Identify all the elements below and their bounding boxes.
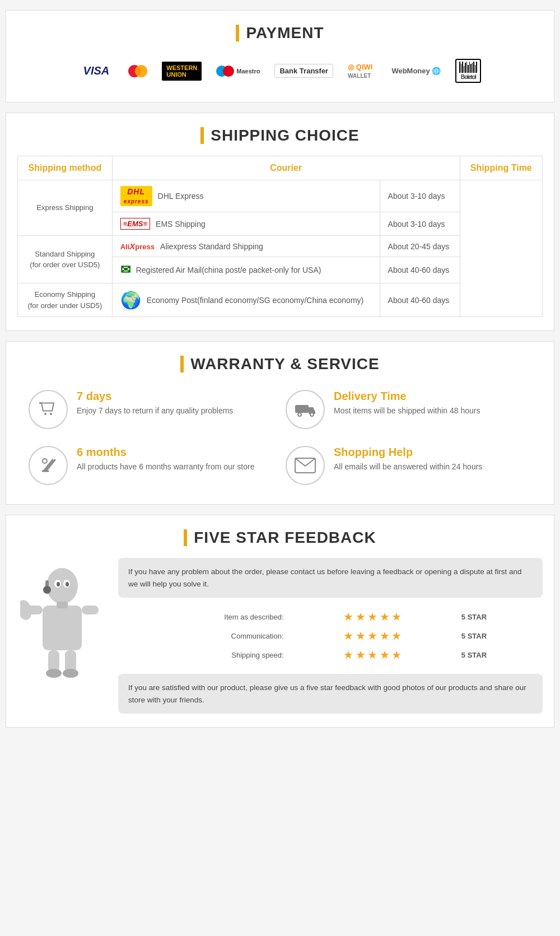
warranty-text-shopping: Shopping Help All emails will be answere… — [334, 446, 482, 473]
ali-logo-cell: AliXpress Aliexpress Standard Shipping — [112, 236, 380, 257]
ems-logo-cell: ≡EMS≡ EMS Shipping — [112, 212, 380, 236]
dhl-name: DHL Express — [158, 192, 204, 201]
ali-time: About 20-45 days — [380, 236, 460, 257]
payment-title: PAYMENT — [17, 24, 543, 42]
chinapost-logo-icon: ✉ — [120, 263, 130, 277]
svg-rect-18 — [43, 606, 82, 650]
rating-text-shipping: 5 STAR — [457, 646, 542, 664]
star4: ★ — [380, 611, 390, 623]
rating-stars-described: ★ ★ ★ ★ ★ — [290, 608, 456, 626]
envelope-icon — [286, 446, 325, 485]
aliexpress-logo-icon: AliXpress — [120, 241, 155, 251]
svg-point-2 — [50, 413, 52, 415]
ems-time: About 3-10 days — [380, 212, 460, 236]
feedback-outro-bubble: If you are satisfied with our product, p… — [118, 674, 543, 714]
star4: ★ — [380, 649, 390, 661]
table-row: Express Shipping DHLexpress DHL Express … — [18, 180, 543, 212]
star3: ★ — [367, 630, 377, 642]
warranty-item-shopping: Shopping Help All emails will be answere… — [286, 446, 531, 485]
economy-method: Economy Shipping (for order under USD5) — [18, 283, 113, 317]
economy-logo-icon: 🌍 — [120, 290, 141, 310]
svg-rect-26 — [57, 602, 68, 608]
shipping-table: Shipping method Courier Shipping Time Ex… — [17, 156, 543, 317]
ali-name: Aliexpress Standard Shipping — [160, 242, 263, 251]
feedback-intro-text: If you have any problem about the order,… — [128, 567, 521, 588]
svg-point-4 — [298, 413, 301, 416]
star2: ★ — [356, 611, 366, 623]
warranty-heading-6months: 6 months — [77, 446, 254, 459]
express-method: Express Shipping — [18, 180, 113, 236]
robot-figure — [17, 558, 107, 687]
table-row: Economy Shipping (for order under USD5) … — [18, 283, 543, 317]
visa-logo: VISA — [79, 62, 114, 80]
svg-point-25 — [63, 669, 78, 678]
rating-label-shipping: Shipping speed: — [119, 646, 288, 664]
chinapost-time: About 40-60 days — [380, 257, 460, 283]
warranty-title-text: WARRANTY & SERVICE — [190, 355, 379, 373]
shipping-section: SHIPPING CHOICE Shipping method Courier … — [6, 113, 554, 331]
rating-text-communication: 5 STAR — [457, 627, 542, 645]
warranty-heading-delivery: Delivery Time — [334, 390, 480, 403]
warranty-item-7days: 7 days Enjoy 7 days to return if any qua… — [29, 390, 274, 429]
star3: ★ — [367, 611, 377, 623]
dhl-logo-icon: DHLexpress — [120, 186, 152, 206]
warranty-heading-shopping: Shopping Help — [334, 446, 482, 459]
rating-row-shipping: Shipping speed: ★ ★ ★ ★ ★ 5 STAR — [119, 646, 542, 664]
svg-point-17 — [66, 582, 69, 586]
webmoney-logo: WebMoney 🌐 — [387, 64, 445, 77]
title-accent-bar2 — [200, 127, 204, 144]
rating-label-communication: Communication: — [119, 627, 288, 645]
warranty-grid: 7 days Enjoy 7 days to return if any qua… — [17, 384, 543, 491]
warranty-body-shopping: All emails will be answered within 24 ho… — [334, 461, 482, 473]
star1: ★ — [343, 649, 353, 661]
warranty-heading-7days: 7 days — [77, 390, 233, 403]
star2: ★ — [356, 630, 366, 642]
svg-point-5 — [310, 413, 314, 416]
feedback-right: If you have any problem about the order,… — [118, 558, 543, 714]
qiwi-logo: ◎ QIWIWALLET — [343, 60, 377, 82]
western-union-logo: WESTERNUNION — [162, 62, 202, 81]
rating-row-described: Item as described: ★ ★ ★ ★ ★ 5 STAR — [119, 608, 542, 626]
boletol-logo: Boletol — [455, 59, 481, 83]
star5: ★ — [391, 630, 402, 642]
col-method: Shipping method — [18, 156, 113, 180]
table-row: Standard Shipping (for order over USD5) … — [18, 236, 543, 257]
svg-rect-21 — [82, 606, 99, 614]
dhl-logo-cell: DHLexpress DHL Express — [112, 180, 380, 212]
feedback-title-text: FIVE STAR FEEDBACK — [194, 529, 376, 547]
truck-icon — [286, 390, 325, 429]
title-accent-bar — [236, 25, 239, 41]
svg-point-16 — [57, 582, 60, 586]
star4: ★ — [380, 630, 390, 642]
cart-icon — [29, 390, 68, 429]
economy-name: Economy Post(finland economy/SG economy/… — [147, 296, 364, 305]
title-accent-bar4 — [184, 529, 187, 546]
svg-point-24 — [46, 669, 62, 678]
payment-title-text: PAYMENT — [246, 24, 324, 42]
feedback-section: FIVE STAR FEEDBACK — [6, 515, 554, 728]
rating-row-communication: Communication: ★ ★ ★ ★ ★ 5 STAR — [119, 627, 542, 645]
warranty-body-6months: All products have 6 months warranty from… — [77, 461, 254, 473]
rating-stars-shipping: ★ ★ ★ ★ ★ — [290, 646, 456, 664]
svg-point-11 — [46, 568, 78, 604]
warranty-title: WARRANTY & SERVICE — [17, 355, 543, 373]
feedback-intro-bubble: If you have any problem about the order,… — [118, 558, 543, 598]
warranty-body-7days: Enjoy 7 days to return if any quality pr… — [77, 405, 233, 417]
shipping-title: SHIPPING CHOICE — [17, 127, 543, 145]
star2: ★ — [356, 649, 366, 661]
mastercard-logo — [124, 63, 152, 80]
svg-rect-3 — [295, 405, 309, 413]
star5: ★ — [391, 611, 402, 623]
chinapost-logo-cell: ✉ Registered Air Mail(china post/e packe… — [112, 257, 380, 283]
warranty-item-6months: 6 months All products have 6 months warr… — [29, 446, 274, 485]
maestro-logo: Maestro — [212, 63, 264, 79]
svg-point-8 — [43, 459, 47, 463]
warranty-body-delivery: Most items will be shipped within 48 hou… — [334, 405, 480, 417]
title-accent-bar3 — [180, 356, 184, 372]
rating-label-described: Item as described: — [119, 608, 288, 626]
star1: ★ — [343, 630, 353, 642]
standard-method: Standard Shipping (for order over USD5) — [18, 236, 113, 283]
rating-stars-communication: ★ ★ ★ ★ ★ — [290, 627, 456, 645]
star5: ★ — [391, 649, 402, 661]
star1: ★ — [343, 611, 353, 623]
